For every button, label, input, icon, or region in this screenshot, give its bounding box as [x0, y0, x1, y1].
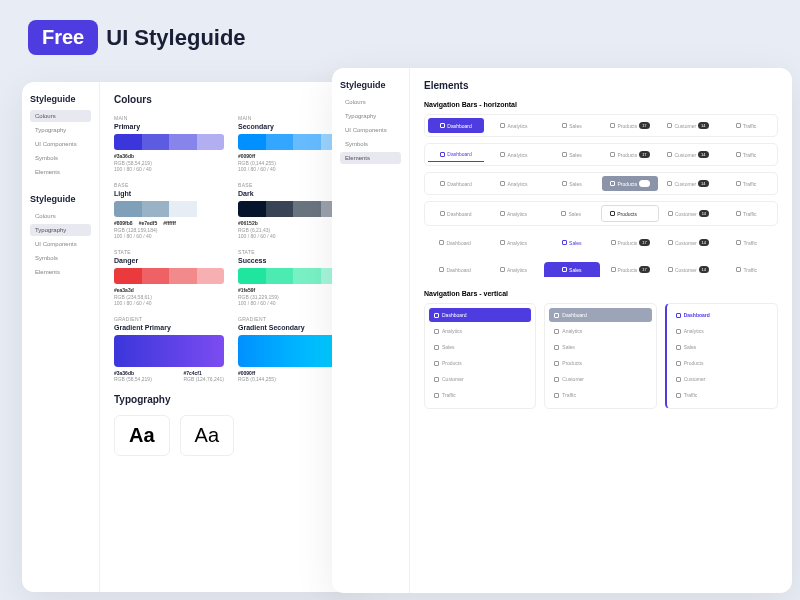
sidebar-item-symbols[interactable]: Symbols	[30, 152, 91, 164]
sidebar-item-symbols[interactable]: Symbols	[30, 252, 91, 264]
nav-dashboard[interactable]: Dashboard	[428, 147, 484, 162]
clock-icon	[500, 152, 505, 157]
sidebar-title: Styleguide	[30, 94, 91, 104]
user-icon	[667, 123, 672, 128]
vnav-customer[interactable]: Customer	[549, 372, 651, 386]
bag-icon	[610, 123, 615, 128]
sidebar-item-elements[interactable]: Elements	[340, 152, 401, 164]
nav-traffic[interactable]: Traffic	[718, 205, 774, 222]
nav-traffic[interactable]: Traffic	[718, 118, 774, 133]
grid-icon	[440, 123, 445, 128]
nav-customer[interactable]: Customer14	[661, 205, 717, 222]
page-title: UI Styleguide	[106, 25, 245, 51]
vnav-sales[interactable]: Sales	[429, 340, 531, 354]
nav-sales[interactable]: Sales	[544, 262, 600, 277]
grid-icon	[440, 181, 445, 186]
nav-products[interactable]: Products17	[601, 205, 659, 222]
vnav-traffic[interactable]: Traffic	[549, 388, 651, 402]
chart-icon	[676, 345, 681, 350]
nav-dashboard[interactable]: Dashboard	[427, 262, 483, 277]
grid-icon	[440, 211, 445, 216]
grid-icon	[434, 313, 439, 318]
traffic-icon	[736, 211, 741, 216]
nav-dashboard[interactable]: Dashboard	[428, 205, 484, 222]
nav-analytics[interactable]: Analytics	[485, 235, 541, 250]
vnav-customer[interactable]: Customer	[671, 372, 773, 386]
vnav-dashboard[interactable]: Dashboard	[429, 308, 531, 322]
bag-icon	[554, 361, 559, 366]
nav-analytics[interactable]: Analytics	[486, 118, 542, 133]
nav-horizontal-label: Navigation Bars - horizontal	[424, 101, 778, 108]
sidebar-item-ui-components[interactable]: UI Components	[30, 138, 91, 150]
nav-sales[interactable]: Sales	[544, 147, 600, 162]
nav-products[interactable]: Products17	[602, 118, 658, 133]
nav-customer[interactable]: Customer14	[660, 262, 716, 277]
vnav-dashboard[interactable]: Dashboard	[549, 308, 651, 322]
vnav-customer[interactable]: Customer	[429, 372, 531, 386]
sidebar-item-elements[interactable]: Elements	[30, 266, 91, 278]
nav-customer[interactable]: Customer14	[660, 235, 716, 250]
nav-dashboard[interactable]: Dashboard	[427, 235, 483, 250]
sidebar-item-colours[interactable]: Colours	[30, 210, 91, 222]
clock-icon	[500, 240, 505, 245]
vnav-sales[interactable]: Sales	[671, 340, 773, 354]
nav-products[interactable]: Products17	[602, 262, 658, 277]
nav-customer[interactable]: Customer14	[660, 118, 716, 133]
colour-primary: MAINPrimary #3a36dbRGB (58,54,219)100 / …	[114, 115, 224, 172]
vnav-traffic[interactable]: Traffic	[429, 388, 531, 402]
nav-products[interactable]: Products17	[602, 235, 658, 250]
vnav-analytics[interactable]: Analytics	[429, 324, 531, 338]
sidebar-item-colours[interactable]: Colours	[340, 96, 401, 108]
vnav-sales[interactable]: Sales	[549, 340, 651, 354]
sidebar-item-elements[interactable]: Elements	[30, 166, 91, 178]
chart-icon	[554, 345, 559, 350]
sidebar-item-typography[interactable]: Typography	[340, 110, 401, 122]
chart-icon	[562, 240, 567, 245]
clock-icon	[500, 267, 505, 272]
vertical-nav-2: DashboardAnalyticsSalesProductsCustomerT…	[544, 303, 656, 409]
sidebar-title-r: Styleguide	[340, 80, 401, 90]
chart-icon	[562, 152, 567, 157]
nav-traffic[interactable]: Traffic	[718, 176, 774, 191]
vnav-traffic[interactable]: Traffic	[671, 388, 773, 402]
nav-products[interactable]: Products17	[602, 147, 658, 162]
traffic-icon	[676, 393, 681, 398]
nav-dashboard[interactable]: Dashboard	[428, 176, 484, 191]
sidebar-item-colours[interactable]: Colours	[30, 110, 91, 122]
vnav-products[interactable]: Products	[429, 356, 531, 370]
chart-icon	[561, 211, 566, 216]
nav-products[interactable]: Products17	[602, 176, 658, 191]
nav-traffic[interactable]: Traffic	[718, 147, 774, 162]
nav-analytics[interactable]: Analytics	[486, 205, 542, 222]
gradient-gradient-primary: GRADIENTGradient Primary #3a36dbRGB (58,…	[114, 316, 224, 382]
vnav-dashboard[interactable]: Dashboard	[671, 308, 773, 322]
nav-sales[interactable]: Sales	[544, 235, 600, 250]
clock-icon	[500, 181, 505, 186]
nav-sales[interactable]: Sales	[544, 118, 600, 133]
nav-analytics[interactable]: Analytics	[485, 262, 541, 277]
nav-customer[interactable]: Customer14	[660, 176, 716, 191]
nav-dashboard[interactable]: Dashboard	[428, 118, 484, 133]
sidebar-item-ui-components[interactable]: UI Components	[340, 124, 401, 136]
nav-analytics[interactable]: Analytics	[486, 147, 542, 162]
sidebar-item-symbols[interactable]: Symbols	[340, 138, 401, 150]
nav-customer[interactable]: Customer14	[660, 147, 716, 162]
sidebar-item-typography[interactable]: Typography	[30, 124, 91, 136]
navbar-variant-1: DashboardAnalyticsSalesProducts17Custome…	[424, 114, 778, 137]
vnav-analytics[interactable]: Analytics	[671, 324, 773, 338]
nav-sales[interactable]: Sales	[543, 205, 599, 222]
traffic-icon	[434, 393, 439, 398]
nav-sales[interactable]: Sales	[544, 176, 600, 191]
sidebar-item-typography[interactable]: Typography	[30, 224, 91, 236]
user-icon	[676, 377, 681, 382]
vnav-products[interactable]: Products	[549, 356, 651, 370]
sidebar-item-ui-components[interactable]: UI Components	[30, 238, 91, 250]
nav-traffic[interactable]: Traffic	[719, 235, 775, 250]
navbar-variant-3: DashboardAnalyticsSalesProducts17Custome…	[424, 172, 778, 195]
colour-light: BASELight #809fb8#e7edf5#ffffffRGB (128,…	[114, 182, 224, 239]
nav-analytics[interactable]: Analytics	[486, 176, 542, 191]
vnav-products[interactable]: Products	[671, 356, 773, 370]
chart-icon	[562, 181, 567, 186]
vnav-analytics[interactable]: Analytics	[549, 324, 651, 338]
nav-traffic[interactable]: Traffic	[719, 262, 775, 277]
